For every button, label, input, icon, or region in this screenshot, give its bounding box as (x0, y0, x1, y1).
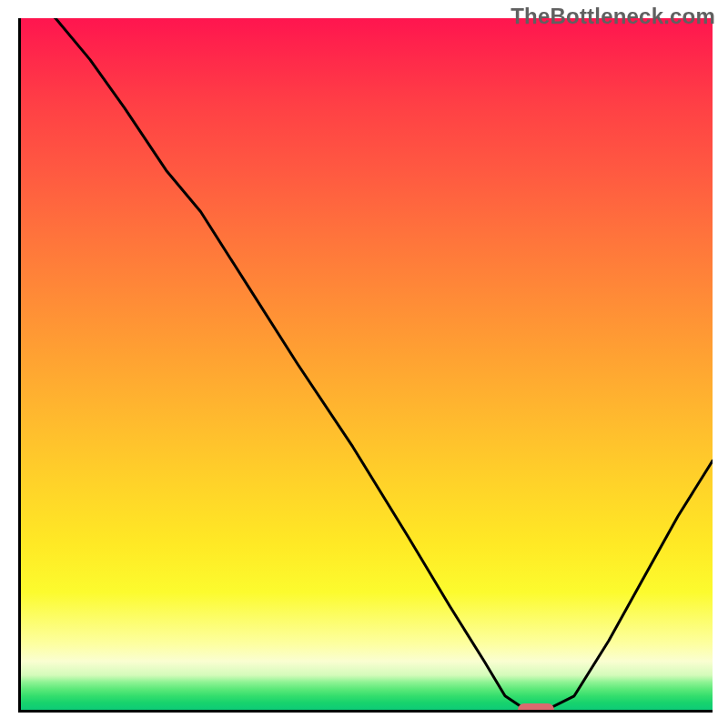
curve-path (21, 18, 713, 710)
optimum-marker (518, 703, 554, 713)
watermark-text: TheBottleneck.com (511, 4, 715, 29)
bottleneck-curve (21, 18, 713, 710)
plot-area (18, 18, 713, 713)
chart-frame: TheBottleneck.com (0, 0, 728, 728)
